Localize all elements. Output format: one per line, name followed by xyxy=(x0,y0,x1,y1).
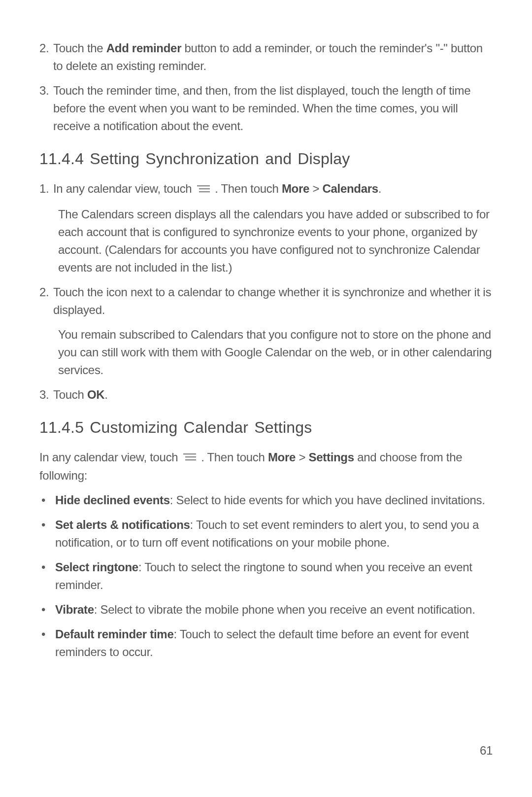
step-body: Touch the reminder time, and then, from … xyxy=(53,82,493,135)
list-body: Hide declined events: Select to hide eve… xyxy=(55,491,493,509)
step-body: In any calendar view, touch . Then touch… xyxy=(53,180,493,199)
bold-text: Vibrate xyxy=(55,603,94,616)
s1-step-3: 3. Touch OK. xyxy=(39,386,493,404)
list-item: • Select ringtone: Touch to select the r… xyxy=(39,558,493,594)
heading-11-4-5: 11.4.5 Customizing Calendar Settings xyxy=(39,418,493,437)
s1-step-2-sub: You remain subscribed to Calendars that … xyxy=(58,326,493,379)
step-body: Touch the Add reminder button to add a r… xyxy=(53,39,493,75)
bold-text: Add reminder xyxy=(106,41,181,55)
text: . xyxy=(104,388,107,401)
bold-text: Select ringtone xyxy=(55,560,138,574)
text: . Then touch xyxy=(198,450,268,464)
step-num: 3. xyxy=(39,82,53,135)
step-num: 1. xyxy=(39,180,53,199)
s2-intro: In any calendar view, touch . Then touch… xyxy=(39,449,493,485)
document-page: 2. Touch the Add reminder button to add … xyxy=(0,0,532,797)
menu-icon xyxy=(183,449,196,466)
bullet-dot-icon: • xyxy=(39,601,55,619)
bold-text: Settings xyxy=(309,450,354,464)
text: Touch xyxy=(53,388,87,401)
step-2: 2. Touch the Add reminder button to add … xyxy=(39,39,493,75)
svg-rect-0 xyxy=(197,185,210,186)
svg-rect-5 xyxy=(185,459,196,460)
bullet-dot-icon: • xyxy=(39,558,55,594)
bullet-list: • Hide declined events: Select to hide e… xyxy=(39,491,493,661)
bold-text: More xyxy=(282,182,309,195)
bold-text: Default reminder time xyxy=(55,627,173,641)
step-body: Touch OK. xyxy=(53,386,493,404)
step-body: Touch the icon next to a calendar to cha… xyxy=(53,283,493,319)
text: Touch the xyxy=(53,41,106,55)
text: Touch the reminder time, and then, from … xyxy=(53,84,470,133)
step-num: 2. xyxy=(39,39,53,75)
list-item: • Default reminder time: Touch to select… xyxy=(39,625,493,661)
text: > xyxy=(309,182,322,195)
bullet-dot-icon: • xyxy=(39,491,55,509)
svg-rect-2 xyxy=(199,191,210,192)
bullet-dot-icon: • xyxy=(39,516,55,552)
list-body: Select ringtone: Touch to select the rin… xyxy=(55,558,493,594)
bold-text: More xyxy=(268,450,296,464)
list-item: • Hide declined events: Select to hide e… xyxy=(39,491,493,509)
text: In any calendar view, touch xyxy=(53,182,195,195)
text: Touch the icon next to a calendar to cha… xyxy=(53,285,491,316)
list-item: • Set alerts & notifications: Touch to s… xyxy=(39,516,493,552)
page-number: 61 xyxy=(480,744,493,758)
svg-rect-1 xyxy=(199,188,210,189)
text: : Select to hide events for which you ha… xyxy=(170,493,485,507)
list-body: Default reminder time: Touch to select t… xyxy=(55,625,493,661)
s1-step-1-sub: The Calendars screen displays all the ca… xyxy=(58,206,493,277)
text: : Select to vibrate the mobile phone whe… xyxy=(94,603,475,616)
text: . xyxy=(378,182,381,195)
svg-rect-4 xyxy=(185,456,196,457)
s1-step-1: 1. In any calendar view, touch . Then to… xyxy=(39,180,493,199)
list-body: Set alerts & notifications: Touch to set… xyxy=(55,516,493,552)
step-3: 3. Touch the reminder time, and then, fr… xyxy=(39,82,493,135)
bold-text: Set alerts & notifications xyxy=(55,518,190,531)
step-num: 2. xyxy=(39,283,53,319)
svg-rect-3 xyxy=(183,453,196,454)
text: . Then touch xyxy=(212,182,282,195)
text: In any calendar view, touch xyxy=(39,450,181,464)
bold-text: Hide declined events xyxy=(55,493,170,507)
bold-text: OK xyxy=(87,388,104,401)
s1-step-2: 2. Touch the icon next to a calendar to … xyxy=(39,283,493,319)
heading-11-4-4: 11.4.4 Setting Synchronization and Displ… xyxy=(39,150,493,168)
step-num: 3. xyxy=(39,386,53,404)
bullet-dot-icon: • xyxy=(39,625,55,661)
bold-text: Calendars xyxy=(323,182,378,195)
list-item: • Vibrate: Select to vibrate the mobile … xyxy=(39,601,493,619)
menu-icon xyxy=(197,180,210,198)
list-body: Vibrate: Select to vibrate the mobile ph… xyxy=(55,601,493,619)
text: > xyxy=(296,450,308,464)
